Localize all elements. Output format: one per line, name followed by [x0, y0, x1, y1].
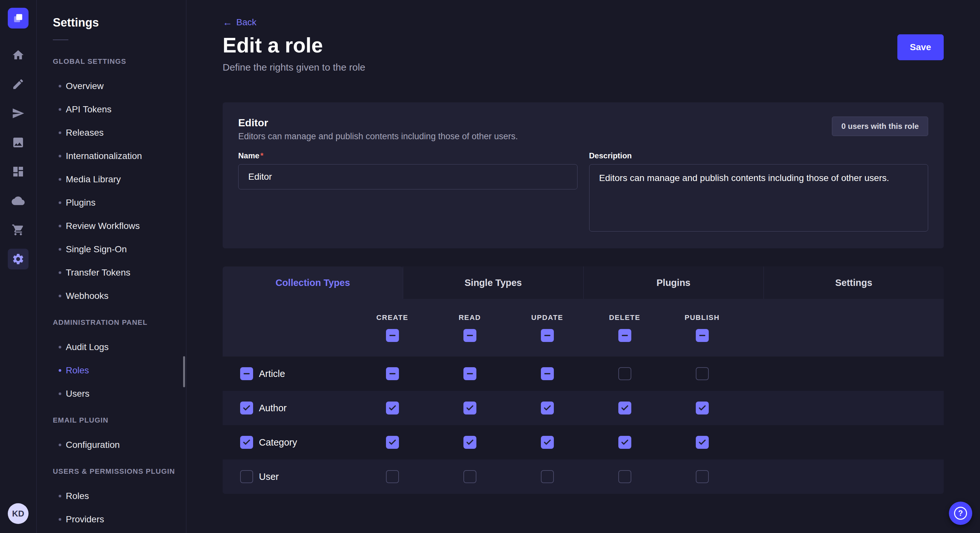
- column-label: READ: [458, 314, 481, 322]
- user-create-checkbox[interactable]: [386, 470, 399, 483]
- select-all-read-checkbox[interactable]: [463, 329, 476, 342]
- sidebar-item-configuration[interactable]: Configuration: [37, 433, 186, 457]
- settings-icon: [12, 252, 25, 265]
- row-label: Category: [259, 437, 297, 448]
- strapi-logo[interactable]: [8, 8, 29, 29]
- category-create-checkbox[interactable]: [386, 436, 399, 449]
- author-delete-checkbox[interactable]: [618, 401, 631, 414]
- rail-item-pen[interactable]: [8, 74, 29, 95]
- select-all-publish-checkbox[interactable]: [696, 329, 709, 342]
- article-create-checkbox[interactable]: [386, 367, 399, 380]
- rail-item-cloud[interactable]: [8, 190, 29, 211]
- user-read-checkbox[interactable]: [463, 470, 476, 483]
- tab-settings[interactable]: Settings: [764, 266, 944, 299]
- bullet-icon: [59, 271, 61, 274]
- author-row-checkbox[interactable]: [240, 401, 253, 414]
- check-icon: [620, 438, 629, 447]
- role-name-input[interactable]: [238, 164, 578, 189]
- main-nav-rail: KD: [0, 0, 37, 533]
- nav-section: GLOBAL SETTINGSOverviewAPI TokensRelease…: [37, 57, 186, 308]
- sidebar-item-media-library[interactable]: Media Library: [37, 168, 186, 191]
- select-all-delete-checkbox[interactable]: [618, 329, 631, 342]
- sidebar-item-plugins[interactable]: Plugins: [37, 191, 186, 214]
- rail-item-home[interactable]: [8, 45, 29, 65]
- author-publish-checkbox[interactable]: [696, 401, 709, 414]
- role-description-input[interactable]: Editors can manage and publish contents …: [589, 164, 929, 232]
- tab-collection-types[interactable]: Collection Types: [223, 266, 403, 299]
- bullet-icon: [59, 444, 61, 446]
- sidebar-item-roles[interactable]: Roles: [37, 359, 186, 382]
- rail-item-settings[interactable]: [8, 249, 29, 270]
- category-row-checkbox[interactable]: [240, 436, 253, 449]
- select-all-update-checkbox[interactable]: [541, 329, 554, 342]
- sidebar-item-label: Releases: [66, 128, 104, 138]
- row-name-cell: Author: [223, 401, 353, 414]
- bullet-icon: [59, 346, 61, 348]
- sidebar-item-providers[interactable]: Providers: [37, 508, 186, 531]
- description-field-group: Description Editors can manage and publi…: [589, 151, 929, 233]
- user-row-checkbox[interactable]: [240, 470, 253, 483]
- tab-plugins[interactable]: Plugins: [583, 266, 764, 299]
- page-title: Edit a role: [223, 34, 365, 56]
- nav-section: USERS & PERMISSIONS PLUGINRolesProviders: [37, 467, 186, 531]
- rail-item-paper-plane[interactable]: [8, 103, 29, 124]
- category-update-checkbox[interactable]: [541, 436, 554, 449]
- category-delete-checkbox[interactable]: [618, 436, 631, 449]
- user-delete-checkbox[interactable]: [618, 470, 631, 483]
- question-icon: ?: [954, 507, 967, 520]
- article-row-checkbox[interactable]: [240, 367, 253, 380]
- sidebar-item-audit-logs[interactable]: Audit Logs: [37, 335, 186, 359]
- article-delete-checkbox[interactable]: [618, 367, 631, 380]
- sidebar-item-label: Plugins: [66, 198, 95, 208]
- help-button[interactable]: ?: [949, 501, 972, 525]
- title-divider: [53, 40, 68, 40]
- strapi-logo-icon: [12, 12, 25, 25]
- sidebar-item-transfer-tokens[interactable]: Transfer Tokens: [37, 261, 186, 284]
- save-button[interactable]: Save: [897, 34, 944, 60]
- bullet-icon: [59, 392, 61, 395]
- check-icon: [543, 404, 552, 412]
- role-title: Editor: [238, 117, 518, 129]
- users-with-role-badge[interactable]: 0 users with this role: [832, 117, 928, 136]
- rail-item-media-library[interactable]: [8, 132, 29, 153]
- rail-item-layout[interactable]: [8, 161, 29, 182]
- check-icon: [242, 438, 251, 447]
- row-label: Article: [259, 368, 285, 379]
- minus-icon: [620, 331, 629, 339]
- article-publish-checkbox[interactable]: [696, 367, 709, 380]
- category-read-checkbox[interactable]: [463, 436, 476, 449]
- user-update-checkbox[interactable]: [541, 470, 554, 483]
- sidebar-item-internationalization[interactable]: Internationalization: [37, 144, 186, 168]
- rail-item-cart[interactable]: [8, 219, 29, 240]
- category-publish-checkbox[interactable]: [696, 436, 709, 449]
- bullet-icon: [59, 518, 61, 521]
- article-read-checkbox[interactable]: [463, 367, 476, 380]
- select-all-create-checkbox[interactable]: [386, 329, 399, 342]
- permission-row-author: Author: [223, 391, 944, 425]
- sidebar-item-api-tokens[interactable]: API Tokens: [37, 98, 186, 121]
- sidebar-item-roles[interactable]: Roles: [37, 484, 186, 508]
- user-avatar[interactable]: KD: [8, 503, 29, 524]
- sidebar-item-users[interactable]: Users: [37, 382, 186, 405]
- check-icon: [698, 404, 706, 412]
- back-link[interactable]: ← Back: [223, 17, 256, 28]
- author-create-checkbox[interactable]: [386, 401, 399, 414]
- author-read-checkbox[interactable]: [463, 401, 476, 414]
- bullet-icon: [59, 248, 61, 251]
- article-update-checkbox[interactable]: [541, 367, 554, 380]
- sidebar-item-label: Webhooks: [66, 291, 108, 301]
- author-update-checkbox[interactable]: [541, 401, 554, 414]
- tab-single-types[interactable]: Single Types: [403, 266, 583, 299]
- sidebar-item-label: Roles: [66, 365, 89, 376]
- user-publish-checkbox[interactable]: [696, 470, 709, 483]
- subnav-scrollbar-thumb[interactable]: [183, 356, 185, 387]
- column-header-create: CREATE: [353, 314, 431, 342]
- sidebar-item-review-workflows[interactable]: Review Workflows: [37, 214, 186, 238]
- sidebar-item-webhooks[interactable]: Webhooks: [37, 284, 186, 308]
- sidebar-item-releases[interactable]: Releases: [37, 121, 186, 144]
- sidebar-item-overview[interactable]: Overview: [37, 75, 186, 98]
- row-label: User: [259, 471, 279, 482]
- sidebar-item-label: Overview: [66, 81, 104, 91]
- minus-icon: [698, 331, 706, 339]
- sidebar-item-single-sign-on[interactable]: Single Sign-On: [37, 238, 186, 261]
